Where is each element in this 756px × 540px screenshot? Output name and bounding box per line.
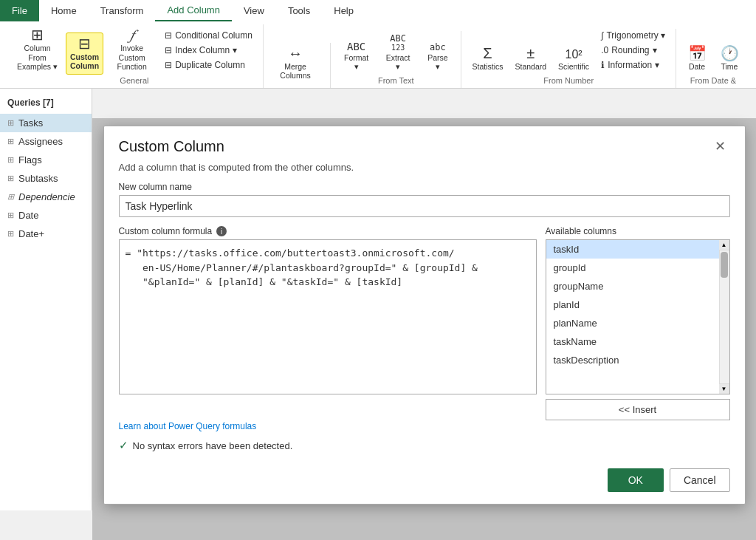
- sidebar-item-date[interactable]: ⊞ Date: [0, 206, 92, 225]
- from-number-label: From Number: [467, 76, 670, 85]
- duplicate-column-icon: ⊟: [165, 60, 172, 70]
- column-name-label: New column name: [119, 182, 730, 192]
- tab-file[interactable]: File: [0, 0, 39, 21]
- table-icon-dependencies: ⊞: [7, 192, 14, 202]
- sidebar-item-assignees[interactable]: ⊞ Assignees: [0, 132, 92, 151]
- dialog-body: New column name Custom column formula i …: [104, 182, 745, 461]
- ribbon-group-from-date: 📅 Date 🕐 Time From Date &: [676, 43, 750, 88]
- table-icon-date: ⊞: [7, 211, 14, 220]
- no-errors-message: ✓ No syntax errors have been detected.: [119, 439, 730, 452]
- time-button[interactable]: 🕐 Time: [715, 43, 744, 75]
- from-text-label: From Text: [337, 76, 455, 85]
- sidebar-item-subtasks[interactable]: ⊞ Subtasks: [0, 169, 92, 188]
- trigonometry-button[interactable]: ∫ Trigonometry ▾: [597, 29, 670, 42]
- dialog-titlebar: Custom Column ✕: [104, 126, 745, 162]
- formula-info-icon[interactable]: i: [216, 226, 227, 236]
- column-from-examples-icon: ⊞: [31, 27, 44, 42]
- ribbon-group-general: ⊞ Column FromExamples ▾ ⊟ CustomColumn 𝑓…: [6, 24, 264, 88]
- table-icon-dateplus: ⊞: [7, 229, 14, 239]
- merge-columns-button[interactable]: ↔ Merge Columns: [269, 43, 321, 83]
- table-icon-flags: ⊞: [7, 155, 14, 165]
- ribbon-tab-bar: File Home Transform Add Column View Tool…: [0, 0, 756, 21]
- index-column-button[interactable]: ⊟ Index Column ▾: [160, 44, 257, 57]
- insert-button[interactable]: << Insert: [546, 399, 730, 420]
- tab-tools[interactable]: Tools: [276, 0, 322, 21]
- rounding-icon: .0: [601, 45, 608, 55]
- table-icon-assignees: ⊞: [7, 137, 14, 146]
- scrollbar-thumb: [721, 252, 728, 278]
- formula-left: Custom column formula i = <span class="f…: [119, 226, 537, 420]
- format-button[interactable]: ABC Format ▾: [337, 38, 376, 75]
- table-icon-tasks: ⊞: [7, 118, 14, 128]
- sidebar-item-tasks[interactable]: ⊞ Tasks: [0, 114, 92, 132]
- merge-columns-icon: ↔: [288, 46, 303, 61]
- extract-icon: ABC123: [390, 34, 406, 52]
- custom-column-button[interactable]: ⊟ CustomColumn: [66, 33, 103, 75]
- available-columns-label: Available columns: [546, 226, 730, 236]
- column-item-planid[interactable]: planId: [546, 295, 729, 314]
- ok-button[interactable]: OK: [608, 468, 664, 492]
- column-item-groupid[interactable]: groupId: [546, 259, 729, 277]
- format-icon: ABC: [347, 41, 365, 52]
- tab-add-column[interactable]: Add Column: [155, 0, 232, 21]
- column-item-taskdescription[interactable]: taskDescription: [546, 351, 729, 369]
- invoke-function-icon: 𝑓: [130, 27, 134, 42]
- scientific-button[interactable]: 10² Scientific: [554, 46, 594, 75]
- table-icon-subtasks: ⊞: [7, 174, 14, 183]
- scrollbar-track: ▲ ▼: [719, 240, 729, 394]
- extract-button[interactable]: ABC123 Extract ▾: [379, 31, 417, 75]
- date-button[interactable]: 📅 Date: [682, 43, 712, 75]
- scientific-icon: 10²: [566, 49, 583, 61]
- sidebar-item-dateplus[interactable]: ⊞ Date+: [0, 225, 92, 243]
- standard-icon: ±: [526, 46, 535, 61]
- ribbon-group-from-number: Σ Statistics ± Standard 10² Scientific ∫…: [461, 29, 676, 88]
- statistics-button[interactable]: Σ Statistics: [467, 43, 507, 75]
- tab-help[interactable]: Help: [322, 0, 365, 21]
- close-button[interactable]: ✕: [710, 137, 730, 156]
- tab-transform[interactable]: Transform: [89, 0, 156, 21]
- dialog-overlay: Custom Column ✕ Add a column that is com…: [92, 118, 756, 510]
- information-icon: ℹ: [601, 60, 605, 70]
- ribbon: File Home Transform Add Column View Tool…: [0, 0, 756, 89]
- column-name-input[interactable]: [119, 195, 730, 217]
- formula-label: Custom column formula i: [119, 226, 537, 236]
- cancel-button[interactable]: Cancel: [670, 468, 730, 492]
- sidebar-item-flags[interactable]: ⊞ Flags: [0, 151, 92, 169]
- parse-icon: abc: [430, 43, 446, 52]
- dialog-title: Custom Column: [119, 138, 224, 155]
- queries-header: Queries [7]: [0, 95, 92, 114]
- formula-textarea[interactable]: = <span class="fc-red">"https://tasks.of…: [119, 239, 537, 394]
- conditional-column-icon: ⊟: [165, 30, 172, 41]
- learn-link[interactable]: Learn about Power Query formulas: [119, 421, 257, 431]
- sidebar-item-dependencies[interactable]: ⊞ Dependencie: [0, 188, 92, 206]
- column-item-groupname[interactable]: groupName: [546, 277, 729, 295]
- column-item-planname[interactable]: planName: [546, 314, 729, 332]
- scroll-down-button[interactable]: ▼: [719, 383, 729, 394]
- invoke-custom-function-button[interactable]: 𝑓 Invoke CustomFunction: [106, 24, 157, 75]
- time-icon: 🕐: [721, 46, 739, 61]
- rounding-button[interactable]: .0 Rounding ▾: [597, 44, 670, 57]
- check-icon: ✓: [119, 439, 128, 452]
- available-columns-list: taskId groupId groupName planId planName…: [546, 239, 730, 394]
- sidebar: Queries [7] ⊞ Tasks ⊞ Assignees ⊞ Flags …: [0, 89, 92, 510]
- column-item-taskname[interactable]: taskName: [546, 332, 729, 351]
- from-date-label: From Date &: [682, 76, 744, 85]
- duplicate-column-button[interactable]: ⊟ Duplicate Column: [160, 58, 257, 72]
- formula-section: Custom column formula i = <span class="f…: [119, 226, 730, 420]
- index-column-icon: ⊟: [165, 45, 172, 55]
- column-from-examples-button[interactable]: ⊞ Column FromExamples ▾: [12, 24, 63, 75]
- trigonometry-icon: ∫: [601, 30, 603, 41]
- scroll-up-button[interactable]: ▲: [719, 240, 729, 250]
- parse-button[interactable]: abc Parse ▾: [420, 40, 455, 75]
- main-area: Queries [7] ⊞ Tasks ⊞ Assignees ⊞ Flags …: [0, 89, 756, 510]
- dialog-footer: OK Cancel: [104, 461, 745, 504]
- information-button[interactable]: ℹ Information ▾: [597, 58, 670, 72]
- ribbon-group-merge: ↔ Merge Columns: [264, 43, 331, 88]
- tab-home[interactable]: Home: [39, 0, 89, 21]
- custom-column-dialog: Custom Column ✕ Add a column that is com…: [103, 126, 746, 505]
- column-item-taskid[interactable]: taskId: [546, 240, 729, 259]
- standard-button[interactable]: ± Standard: [510, 43, 551, 75]
- ribbon-group-from-text: ABC Format ▾ ABC123 Extract ▾ abc Parse …: [331, 31, 461, 88]
- tab-view[interactable]: View: [232, 0, 276, 21]
- conditional-column-button[interactable]: ⊟ Conditional Column: [160, 29, 257, 42]
